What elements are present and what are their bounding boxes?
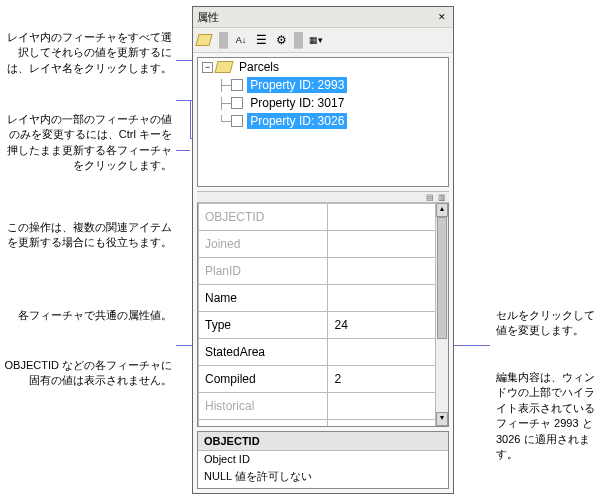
layer-name: Parcels <box>236 59 282 75</box>
annotation-left-1: レイヤ内のフィーチャをすべて選択してそれらの値を更新するには、レイヤ名をクリック… <box>0 30 172 76</box>
attributes-window: 属性 ✕ A↓ ☰ ⚙ ▦▾ − Parcels ├─ Property ID:… <box>192 6 454 494</box>
tree-feature-row[interactable]: ├─ Property ID: 3017 <box>198 94 448 112</box>
table-row: StatedArea <box>199 339 448 366</box>
field-name-cell[interactable]: GroupID <box>199 420 328 428</box>
field-name-cell[interactable]: Compiled <box>199 366 328 393</box>
layer-icon[interactable] <box>197 31 215 49</box>
annotation-right-1: セルをクリックして値を変更します。 <box>496 308 596 339</box>
feature-icon <box>231 115 243 127</box>
table-row: Compiled2 <box>199 366 448 393</box>
scroll-thumb[interactable] <box>437 217 447 339</box>
feature-label: Property ID: 2993 <box>247 77 347 93</box>
tree-feature-row[interactable]: └─ Property ID: 3026 <box>198 112 448 130</box>
connector <box>176 150 190 151</box>
field-value-cell[interactable] <box>328 393 448 420</box>
tree-line: ├─ <box>218 79 231 92</box>
field-name-cell[interactable]: Type <box>199 312 328 339</box>
annotation-left-5: OBJECTID などの各フィーチャに固有の値は表示されません。 <box>0 358 172 389</box>
table-row: Type24 <box>199 312 448 339</box>
field-info-name: Object ID <box>198 451 448 467</box>
field-info-pane: OBJECTID Object ID NULL 値を許可しない <box>197 431 449 489</box>
pane-switcher[interactable]: ▤ ▥ <box>197 191 449 203</box>
tree-line: └─ <box>218 115 231 128</box>
view-icon[interactable]: ▥ <box>437 193 447 202</box>
annotation-left-2: レイヤ内の一部のフィーチャの値のみを変更するには、Ctrl キーを押したまま更新… <box>0 112 172 174</box>
annotation-right-2: 編集内容は、ウィンドウの上部でハイライト表示されているフィーチャ 2993 と … <box>496 370 596 462</box>
field-name-cell[interactable]: StatedArea <box>199 339 328 366</box>
connector <box>176 100 190 101</box>
separator <box>219 32 228 49</box>
field-value-cell[interactable] <box>328 420 448 428</box>
window-title: 属性 <box>197 10 435 25</box>
expand-icon[interactable]: − <box>202 62 213 73</box>
grid-pane: OBJECTIDJoinedPlanIDNameType24StatedArea… <box>197 203 449 427</box>
field-value-cell[interactable]: 24 <box>328 312 448 339</box>
feature-icon <box>231 79 243 91</box>
field-value-cell[interactable] <box>328 258 448 285</box>
scrollbar[interactable]: ▴ ▾ <box>435 203 448 426</box>
menu-dropdown-icon[interactable]: ▦▾ <box>307 31 325 49</box>
field-name-cell[interactable]: OBJECTID <box>199 204 328 231</box>
table-row: PlanID <box>199 258 448 285</box>
field-value-cell[interactable] <box>328 231 448 258</box>
feature-label: Property ID: 3026 <box>247 113 347 129</box>
field-value-cell[interactable] <box>328 204 448 231</box>
annotation-left-4: 各フィーチャで共通の属性値。 <box>0 308 172 323</box>
field-value-cell[interactable]: 2 <box>328 366 448 393</box>
view-icon[interactable]: ▤ <box>425 193 435 202</box>
table-row: Historical <box>199 393 448 420</box>
tree-layer-row[interactable]: − Parcels <box>198 58 448 76</box>
tree-icon[interactable]: ☰ <box>252 31 270 49</box>
separator <box>294 32 303 49</box>
connector <box>190 100 191 138</box>
scroll-up-icon[interactable]: ▴ <box>436 203 448 217</box>
scroll-down-icon[interactable]: ▾ <box>436 412 448 426</box>
titlebar[interactable]: 属性 ✕ <box>193 7 453 28</box>
field-name-cell[interactable]: Name <box>199 285 328 312</box>
tree-pane: − Parcels ├─ Property ID: 2993 ├─ Proper… <box>197 57 449 187</box>
toolbar: A↓ ☰ ⚙ ▦▾ <box>193 28 453 53</box>
field-value-cell[interactable] <box>328 339 448 366</box>
field-value-cell[interactable] <box>328 285 448 312</box>
table-row: OBJECTID <box>199 204 448 231</box>
sort-az-icon[interactable]: A↓ <box>232 31 250 49</box>
close-button[interactable]: ✕ <box>435 11 449 23</box>
field-name-cell[interactable]: PlanID <box>199 258 328 285</box>
field-info-header: OBJECTID <box>198 432 448 451</box>
field-name-cell[interactable]: Historical <box>199 393 328 420</box>
field-name-cell[interactable]: Joined <box>199 231 328 258</box>
tree-line: ├─ <box>218 97 231 110</box>
polygon-layer-icon <box>214 61 233 73</box>
feature-label: Property ID: 3017 <box>247 95 347 111</box>
options-icon[interactable]: ⚙ <box>272 31 290 49</box>
field-info-null: NULL 値を許可しない <box>198 467 448 486</box>
table-row: Joined <box>199 231 448 258</box>
table-row: Name <box>199 285 448 312</box>
table-row: GroupID <box>199 420 448 428</box>
feature-icon <box>231 97 243 109</box>
attribute-table: OBJECTIDJoinedPlanIDNameType24StatedArea… <box>198 203 448 427</box>
tree-feature-row[interactable]: ├─ Property ID: 2993 <box>198 76 448 94</box>
annotation-left-3: この操作は、複数の関連アイテムを更新する場合にも役立ちます。 <box>0 220 172 251</box>
